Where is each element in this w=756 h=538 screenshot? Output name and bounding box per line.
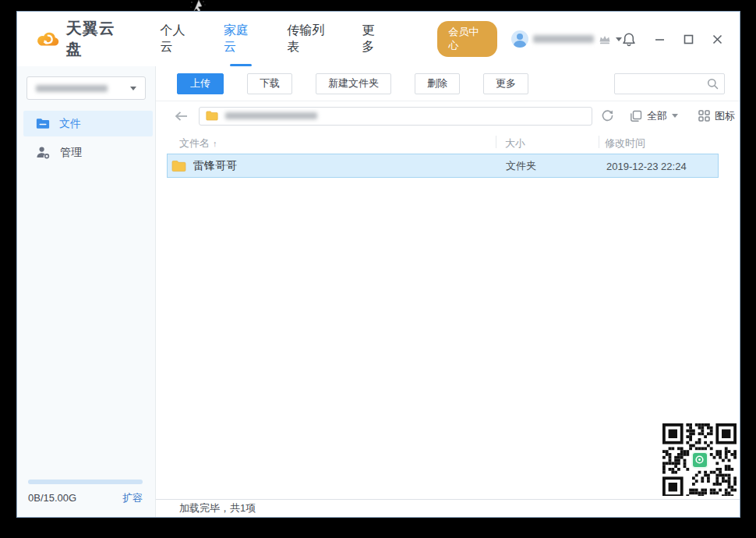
expand-storage-link[interactable]: 扩容: [122, 491, 143, 505]
nav-transfer-list[interactable]: 传输列表: [287, 18, 332, 60]
status-text: 加载完毕，共1项: [179, 501, 256, 515]
status-bar: 加载完毕，共1项: [156, 499, 740, 517]
column-header-size[interactable]: 大小: [505, 136, 525, 150]
more-button[interactable]: 更多: [483, 73, 528, 94]
user-account[interactable]: [511, 30, 622, 48]
folder-icon: [206, 111, 218, 121]
column-header-modified[interactable]: 修改时间: [605, 136, 645, 150]
file-modified: 2019-12-23 22:24: [606, 160, 687, 172]
window-controls: [622, 32, 722, 47]
file-row-selected[interactable]: 雷锋哥哥 文件夹 2019-12-23 22:24: [167, 154, 719, 178]
sidebar-item-files[interactable]: 文件: [23, 111, 153, 136]
sidebar-item-label: 管理: [60, 146, 82, 160]
crown-icon: [599, 34, 611, 44]
download-button[interactable]: 下载: [247, 73, 292, 94]
search-icon[interactable]: [707, 78, 719, 90]
sidebar-items: 文件 管理: [17, 111, 155, 165]
new-folder-button[interactable]: 新建文件夹: [316, 73, 391, 94]
file-type-filter[interactable]: 全部: [630, 109, 678, 123]
chevron-down-icon: [130, 87, 136, 90]
maximize-button[interactable]: [684, 34, 694, 44]
upload-button[interactable]: 上传: [177, 73, 224, 94]
filter-stack-icon: [630, 110, 642, 122]
sidebar: 文件 管理 0B/15.00G 扩容: [17, 66, 156, 517]
back-arrow-icon[interactable]: [175, 111, 189, 122]
app-title: 天翼云盘: [66, 18, 128, 60]
search-box: [614, 73, 725, 94]
mouse-cursor-icon: [189, 0, 207, 12]
refresh-icon[interactable]: [601, 109, 614, 122]
manage-person-icon: [36, 146, 51, 159]
search-input[interactable]: [620, 78, 707, 89]
path-text-masked: [225, 112, 317, 119]
storage-progressbar: [28, 480, 143, 484]
delete-button[interactable]: 删除: [415, 73, 460, 94]
app-window: 天翼云盘 个人云 家庭云 传输列表 更多 会员中心: [16, 11, 740, 518]
header: 天翼云盘 个人云 家庭云 传输列表 更多 会员中心: [17, 12, 740, 66]
nav-personal-cloud[interactable]: 个人云: [161, 18, 194, 60]
app-logo: 天翼云盘: [36, 18, 128, 60]
minimize-button[interactable]: [655, 34, 665, 44]
column-header-name[interactable]: 文件名 ↑: [179, 136, 217, 150]
view-mode-label: 图标: [715, 109, 735, 123]
user-avatar: [511, 30, 528, 48]
filter-all-label: 全部: [647, 109, 667, 123]
qr-code: [662, 423, 737, 496]
nav-more[interactable]: 更多: [362, 18, 384, 60]
folder-icon: [36, 118, 50, 129]
close-button[interactable]: [712, 34, 722, 44]
main-nav: 个人云 家庭云 传输列表 更多: [161, 18, 385, 60]
username-masked: [533, 35, 594, 43]
sidebar-item-manage[interactable]: 管理: [23, 140, 153, 165]
path-bar: 全部 图标: [156, 101, 740, 130]
window-body: 文件 管理 0B/15.00G 扩容: [17, 66, 740, 517]
view-mode-toggle[interactable]: 图标: [698, 109, 735, 123]
screen: 天翼云盘 个人云 家庭云 传输列表 更多 会员中心: [0, 0, 756, 538]
toolbar: 上传 下载 新建文件夹 删除 更多: [156, 66, 740, 101]
member-center-button[interactable]: 会员中心: [437, 21, 497, 57]
folder-icon: [171, 160, 186, 172]
storage-usage-text: 0B/15.00G: [28, 492, 76, 504]
qr-center-badge-icon: [691, 451, 708, 469]
column-divider: [496, 136, 496, 148]
storage-quota: 0B/15.00G 扩容: [28, 480, 143, 505]
cloud-logo-icon: [36, 30, 61, 48]
current-path-field[interactable]: [199, 107, 592, 126]
sidebar-item-label: 文件: [59, 117, 81, 131]
column-divider: [599, 136, 599, 148]
main-panel: 上传 下载 新建文件夹 删除 更多: [156, 66, 740, 517]
file-name: 雷锋哥哥: [193, 159, 237, 173]
list-header: 文件名 ↑ 大小 修改时间: [156, 130, 740, 154]
nav-family-cloud[interactable]: 家庭云: [224, 18, 257, 60]
chevron-down-icon: [616, 37, 622, 41]
file-size: 文件夹: [506, 159, 536, 173]
sort-asc-icon: ↑: [213, 139, 217, 148]
account-selector[interactable]: [26, 76, 146, 100]
notification-bell-icon[interactable]: [622, 32, 636, 47]
chevron-down-icon: [672, 114, 678, 118]
account-name-masked: [36, 85, 108, 92]
grid-view-icon: [698, 110, 710, 122]
